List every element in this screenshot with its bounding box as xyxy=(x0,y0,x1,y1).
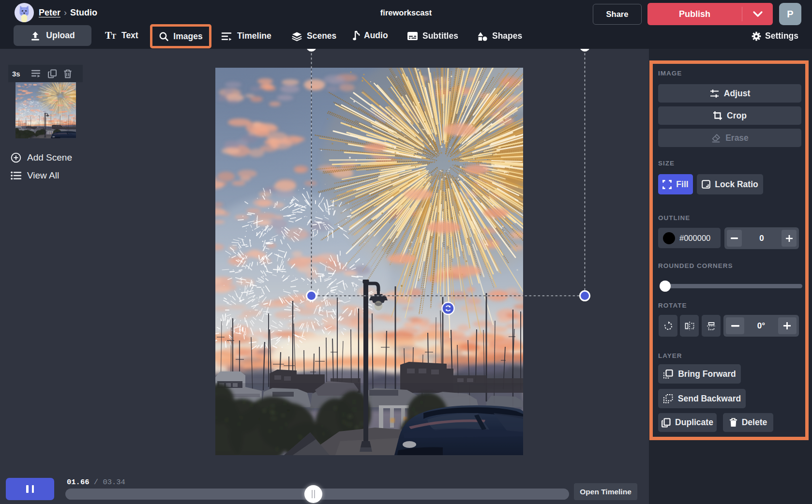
svg-text:T: T xyxy=(105,30,112,41)
svg-text:T: T xyxy=(111,32,116,40)
